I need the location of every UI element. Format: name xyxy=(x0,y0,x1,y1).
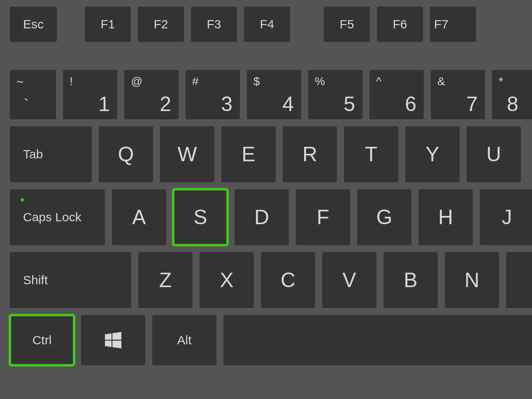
key-symbol: ~ xyxy=(16,75,24,89)
key-label: A xyxy=(132,205,146,229)
key-f3[interactable]: F3 xyxy=(191,7,237,42)
key-symbol: @ xyxy=(131,75,142,88)
key-f1[interactable]: F1 xyxy=(85,7,131,42)
key-label: 3 xyxy=(221,92,232,116)
key-symbol: $ xyxy=(253,75,260,88)
windows-logo-icon xyxy=(104,332,122,348)
key-label: Esc xyxy=(23,17,44,31)
key-symbol: % xyxy=(315,75,325,88)
key-j[interactable]: J xyxy=(480,189,532,245)
key-symbol: * xyxy=(499,75,503,88)
key-u[interactable]: U xyxy=(467,126,521,182)
key-label: Tab xyxy=(23,147,43,161)
key-label: 7 xyxy=(466,92,478,116)
key-label: E xyxy=(242,142,255,166)
key-label: Shift xyxy=(23,273,48,287)
key-label: F5 xyxy=(339,17,354,31)
key-w[interactable]: W xyxy=(160,126,214,182)
key-space[interactable] xyxy=(223,315,532,365)
key-label: 8 xyxy=(507,92,518,116)
key-label: 2 xyxy=(160,92,171,116)
key-label: X xyxy=(220,268,233,292)
key-1[interactable]: ! 1 xyxy=(63,70,117,119)
key-label: R xyxy=(302,142,317,166)
key-tilde[interactable]: ~ ` xyxy=(10,70,56,119)
key-symbol: ! xyxy=(70,75,73,88)
key-label: C xyxy=(281,268,295,292)
key-label: F1 xyxy=(100,17,115,31)
caps-lock-led-icon xyxy=(21,198,24,202)
key-label: 5 xyxy=(344,92,355,116)
key-e[interactable]: E xyxy=(221,126,276,182)
key-label: Alt xyxy=(177,333,191,347)
key-s[interactable]: S xyxy=(173,189,228,245)
key-label: F7 xyxy=(434,17,448,31)
key-label: U xyxy=(486,142,501,166)
key-t[interactable]: T xyxy=(344,126,398,182)
key-esc[interactable]: Esc xyxy=(10,7,57,42)
key-r[interactable]: R xyxy=(283,126,337,182)
key-symbol: # xyxy=(192,75,199,88)
key-label: Caps Lock xyxy=(23,210,81,224)
key-ctrl[interactable]: Ctrl xyxy=(10,315,74,365)
key-f6[interactable]: F6 xyxy=(377,7,423,42)
key-label: F3 xyxy=(207,17,221,31)
key-v[interactable]: V xyxy=(322,252,376,308)
key-7[interactable]: & 7 xyxy=(431,70,485,119)
key-x[interactable]: X xyxy=(200,252,254,308)
key-label: T xyxy=(365,142,378,166)
key-5[interactable]: % 5 xyxy=(308,70,362,119)
key-c[interactable]: C xyxy=(261,252,315,308)
key-label: F6 xyxy=(393,17,407,31)
key-h[interactable]: H xyxy=(418,189,473,245)
key-n[interactable]: N xyxy=(445,252,499,308)
key-label: B xyxy=(404,268,417,292)
key-label: G xyxy=(376,205,393,229)
key-label: W xyxy=(177,142,197,166)
key-label: V xyxy=(342,268,356,292)
key-label: D xyxy=(254,205,269,229)
key-label: F2 xyxy=(153,17,168,31)
key-q[interactable]: Q xyxy=(99,126,153,182)
key-b[interactable]: B xyxy=(383,252,438,308)
key-label: ` xyxy=(24,96,29,114)
key-8[interactable]: * 8 xyxy=(492,70,532,119)
key-label: J xyxy=(502,205,512,229)
key-6[interactable]: ^ 6 xyxy=(369,70,424,119)
key-f2[interactable]: F2 xyxy=(138,7,184,42)
key-y[interactable]: Y xyxy=(405,126,460,182)
keyboard-diagram: Esc F1 F2 F3 F4 F5 F6 F7 ~ ` ! 1 @ 2 # 3… xyxy=(0,0,532,399)
key-f[interactable]: F xyxy=(296,189,350,245)
key-label: Y xyxy=(425,142,439,166)
key-label: S xyxy=(193,205,207,229)
key-label: H xyxy=(438,205,453,229)
key-symbol: & xyxy=(437,75,445,88)
key-label: Q xyxy=(118,142,134,166)
key-f5[interactable]: F5 xyxy=(324,7,370,42)
key-a[interactable]: A xyxy=(112,189,166,245)
key-alt[interactable]: Alt xyxy=(152,315,216,365)
key-m[interactable] xyxy=(506,252,532,308)
key-windows[interactable] xyxy=(81,315,145,365)
key-f7[interactable]: F7 xyxy=(430,7,476,42)
key-symbol: ^ xyxy=(376,75,381,88)
key-g[interactable]: G xyxy=(357,189,411,245)
key-d[interactable]: D xyxy=(235,189,289,245)
key-label: F4 xyxy=(260,17,274,31)
key-2[interactable]: @ 2 xyxy=(124,70,179,119)
key-tab[interactable]: Tab xyxy=(10,126,92,182)
key-z[interactable]: Z xyxy=(138,252,193,308)
key-3[interactable]: # 3 xyxy=(186,70,240,119)
key-label: N xyxy=(465,268,479,292)
key-label: 6 xyxy=(405,92,416,116)
key-label: F xyxy=(317,205,330,229)
key-label: Z xyxy=(159,268,172,292)
key-shift[interactable]: Shift xyxy=(10,252,131,308)
key-4[interactable]: $ 4 xyxy=(247,70,301,119)
key-label: 1 xyxy=(98,92,110,116)
key-f4[interactable]: F4 xyxy=(244,7,290,42)
key-label: 4 xyxy=(282,92,294,116)
key-label: Ctrl xyxy=(33,333,52,347)
key-caps-lock[interactable]: Caps Lock xyxy=(10,189,105,245)
